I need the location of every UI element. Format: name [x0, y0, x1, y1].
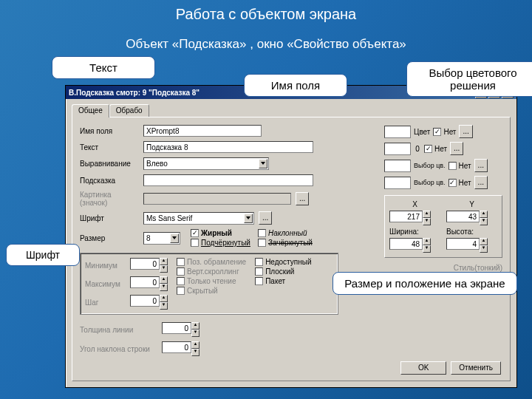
callout-fieldname: Имя поля	[244, 74, 347, 97]
lbl-c2: Выбор цв.	[414, 162, 446, 169]
lbl-y: Y	[446, 200, 497, 208]
spin-line-thick[interactable]: 0▲▼	[162, 322, 200, 337]
label-line-thick: Толщина линии	[80, 326, 157, 334]
lbl-c1: Цвет	[414, 128, 430, 136]
label-pic: Картинка (значок)	[80, 191, 139, 207]
chk-italic[interactable]: Наклонный	[258, 229, 313, 237]
font-browse-button[interactable]: ...	[259, 211, 272, 225]
chk-strike[interactable]: Зачёркнутый	[258, 239, 313, 247]
label-min: Минимум	[85, 262, 126, 270]
spin-y[interactable]: 43▲▼	[446, 211, 497, 225]
xy-frame: X Y 217▲▼ 43▲▼ Ширина: Высота: 48▲▼ 4▲▼	[384, 195, 502, 258]
spin-step[interactable]: 0▲▼	[130, 295, 168, 310]
combo-font[interactable]: Ms Sans Serif	[143, 212, 254, 225]
spin-w[interactable]: 48▲▼	[389, 238, 440, 253]
label-max: Максимум	[85, 280, 126, 288]
chk-readonly[interactable]: Только чтение	[177, 277, 246, 285]
tab-strip: Общее Обрабо	[72, 103, 511, 117]
label-size: Размер	[80, 234, 139, 242]
window-title: В.Подсказка смотр: 9 "Подсказка 8"	[69, 89, 200, 97]
callout-size: Размер и положение на экране	[332, 272, 517, 295]
chk-hat-1[interactable]: ✓Нет	[433, 128, 456, 136]
pic-browse-button[interactable]: ...	[296, 192, 309, 205]
chk-unavail[interactable]: Недоступный	[255, 258, 311, 266]
label-align: Выравнивание	[80, 160, 139, 168]
label-font: Шрифт	[80, 214, 139, 222]
combo-align[interactable]: Влево	[143, 157, 269, 170]
label-corner: Угол наклона строки	[80, 345, 157, 353]
label-name: Имя поля	[80, 127, 139, 135]
properties-dialog: В.Подсказка смотр: 9 "Подсказка 8" _ □ ×…	[65, 85, 517, 388]
color-btn-1[interactable]: ...	[459, 125, 472, 138]
color-btn-4[interactable]: ...	[474, 176, 488, 189]
input-text[interactable]: Подсказка 8	[143, 141, 313, 153]
callout-text: Текст	[52, 56, 155, 79]
color-btn-2[interactable]: ...	[450, 142, 463, 155]
spin-corner[interactable]: 0▲▼	[162, 341, 200, 356]
slide-subtitle: Объект «Подсказка» , окно «Свойство объе…	[0, 37, 532, 52]
input-pic	[143, 193, 291, 205]
chk-packet[interactable]: Пакет	[255, 277, 311, 285]
chk-vscroll[interactable]: Верт.скроллинг	[177, 267, 246, 276]
chk-border[interactable]: Поз. обрамление	[177, 258, 246, 266]
chk-under[interactable]: Подчёркнутый	[191, 239, 250, 247]
lbl-x: X	[389, 200, 440, 208]
cancel-button[interactable]: Отменить	[451, 361, 501, 375]
label-text: Текст	[80, 143, 139, 151]
lbl-w: Ширина:	[389, 228, 440, 236]
spin-x[interactable]: 217▲▼	[389, 211, 440, 225]
spin-max[interactable]: 0▲▼	[130, 276, 168, 291]
tab-handlers[interactable]: Обрабо	[109, 104, 149, 117]
tab-general[interactable]: Общее	[72, 104, 109, 117]
chk-flat[interactable]: Плоский	[255, 267, 311, 276]
label-hint: Подсказка	[80, 177, 139, 185]
lbl-h: Высота:	[446, 228, 497, 236]
ok-button[interactable]: OK	[400, 361, 446, 375]
tab-page: Имя поля XPrompt8 Текст Подсказка 8 Выра…	[72, 117, 511, 381]
lbl-c3: Выбор цв.	[414, 179, 446, 186]
callout-font: Шрифт	[6, 244, 80, 266]
lbl-style: Стиль(тонкий)	[384, 264, 502, 272]
slide-title: Работа с объектом экрана	[0, 6, 532, 23]
spin-h[interactable]: 4▲▼	[446, 238, 497, 253]
chk-bold[interactable]: ✓Жирный	[191, 229, 250, 237]
spin-min[interactable]: 0▲▼	[130, 258, 168, 273]
input-name[interactable]: XPrompt8	[143, 125, 262, 137]
chk-hidden[interactable]: Скрытый	[177, 287, 246, 295]
input-hint[interactable]	[143, 174, 313, 186]
chk-hat-3[interactable]: Нет	[449, 162, 471, 170]
callout-color: Выбор цветового решения	[406, 61, 532, 97]
color-section: Цвет ✓Нет ... 0 ✓Нет ... Выбор цв. Нет .…	[384, 125, 502, 286]
color-btn-3[interactable]: ...	[474, 159, 488, 172]
chk-hat-2[interactable]: ✓Нет	[424, 145, 447, 153]
combo-size[interactable]: 8	[143, 232, 180, 245]
chk-hat-4[interactable]: ✓Нет	[449, 179, 471, 187]
label-step: Шаг	[85, 299, 126, 307]
